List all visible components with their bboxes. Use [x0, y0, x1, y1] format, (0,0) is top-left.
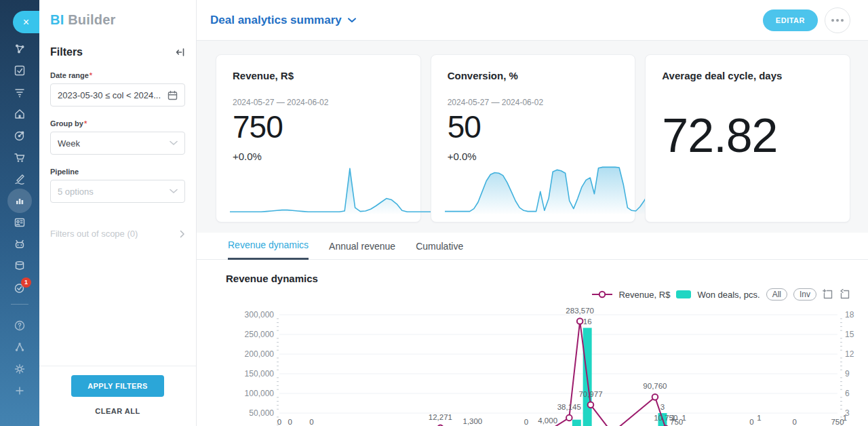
network-icon[interactable]	[0, 38, 39, 60]
svg-text:90,760: 90,760	[643, 382, 667, 390]
database-icon[interactable]	[0, 255, 39, 277]
svg-text:38,145: 38,145	[557, 403, 581, 411]
svg-text:300,000: 300,000	[245, 310, 275, 320]
app-logo: BI Builder	[50, 0, 185, 28]
home-icon[interactable]	[0, 103, 39, 125]
line-legend-marker	[592, 290, 612, 298]
kpi-value: 72.82	[662, 109, 833, 163]
stats-icon[interactable]	[0, 190, 39, 212]
page-title: Deal analytics summary	[210, 14, 342, 27]
svg-text:0: 0	[288, 418, 292, 426]
integrations-icon[interactable]	[0, 336, 39, 358]
svg-text:1: 1	[757, 414, 761, 422]
filter-icon[interactable]	[0, 81, 39, 103]
pipeline-label: Pipeline	[50, 168, 185, 176]
signature-icon[interactable]	[0, 168, 39, 190]
svg-text:200,000: 200,000	[245, 349, 275, 359]
chart-tabs: Revenue dynamics Annual revenue Cumulati…	[197, 233, 868, 260]
svg-text:0: 0	[524, 418, 528, 426]
svg-text:750: 750	[670, 418, 683, 426]
sidebar-divider	[11, 304, 28, 305]
svg-text:6: 6	[845, 389, 850, 398]
kpi-title: Conversion, %	[448, 70, 619, 81]
clear-all-button[interactable]: CLEAR ALL	[39, 407, 196, 415]
filters-out-of-scope-row[interactable]: Filters out of scope (0)	[50, 229, 185, 239]
chevron-down-icon	[348, 18, 356, 23]
tab-cumulative[interactable]: Cumulative	[416, 241, 463, 259]
bot-icon[interactable]	[0, 233, 39, 255]
chart-panel: Revenue dynamics Annual revenue Cumulati…	[197, 233, 868, 426]
tasks-icon[interactable]	[0, 60, 39, 81]
filters-footer: APPLY FILTERS CLEAR ALL	[39, 366, 196, 426]
add-icon[interactable]	[0, 380, 39, 402]
main-content: Deal analytics summary EDITAR Revenue, R…	[197, 0, 868, 426]
svg-text:0: 0	[277, 418, 281, 426]
reset-zoom-icon[interactable]	[840, 289, 850, 300]
kpi-value: 750	[233, 109, 404, 145]
kpi-value: 50	[448, 109, 619, 145]
pipeline-value: 5 options	[58, 187, 94, 197]
goals-icon[interactable]	[0, 125, 39, 147]
bar-legend-swatch	[676, 290, 691, 298]
legend-won-deals-label[interactable]: Won deals, pcs.	[697, 290, 760, 300]
kpi-delta: +0.0%	[448, 151, 619, 162]
svg-text:12,271: 12,271	[429, 413, 452, 421]
all-button[interactable]: All	[766, 288, 787, 301]
svg-text:9: 9	[845, 369, 850, 379]
collapse-panel-icon[interactable]	[174, 47, 185, 58]
date-range-label: Date range*	[50, 71, 185, 79]
settings-icon[interactable]	[0, 358, 39, 380]
sidebar-bottom-nav	[0, 315, 39, 402]
app-sidebar: ×	[0, 0, 39, 426]
svg-text:12: 12	[845, 349, 854, 359]
group-by-select[interactable]: Week	[50, 132, 185, 155]
svg-text:50,000: 50,000	[249, 408, 274, 418]
tab-revenue-dynamics[interactable]: Revenue dynamics	[228, 239, 309, 260]
group-by-label: Group by*	[50, 119, 185, 128]
svg-text:16: 16	[583, 317, 592, 326]
filters-title: Filters	[50, 46, 83, 58]
conversion-sparkline	[445, 163, 648, 214]
svg-text:1,300: 1,300	[462, 417, 482, 425]
chevron-down-icon	[170, 140, 178, 146]
help-icon[interactable]	[0, 315, 39, 336]
kpi-title: Revenue, R$	[233, 70, 404, 81]
svg-text:0: 0	[792, 418, 796, 426]
more-options-button[interactable]	[825, 7, 850, 33]
pipeline-select[interactable]: 5 options	[50, 180, 185, 203]
kpi-delta: +0.0%	[233, 151, 404, 162]
calendar-icon	[167, 90, 178, 100]
svg-text:0: 0	[749, 418, 753, 426]
edit-button[interactable]: EDITAR	[763, 9, 818, 31]
kpi-card-revenue: Revenue, R$ 2024-05-27 — 2024-06-02 750 …	[216, 54, 421, 222]
cart-icon[interactable]	[0, 147, 39, 168]
chart-title: Revenue dynamics	[226, 273, 318, 284]
date-range-input[interactable]: 2023-05-30 ≤ col < 2024...	[50, 83, 185, 106]
svg-text:750: 750	[831, 418, 844, 426]
zoom-selection-icon[interactable]	[823, 289, 833, 300]
filters-panel: BI Builder Filters Date range* 2023-05-3…	[39, 0, 197, 426]
tab-annual-revenue[interactable]: Annual revenue	[329, 241, 395, 259]
chevron-down-icon	[170, 189, 178, 194]
sidebar-nav: 1	[0, 38, 39, 310]
approvals-icon[interactable]: 1	[0, 277, 39, 298]
contacts-icon[interactable]	[0, 212, 39, 233]
kpi-period: 2024-05-27 — 2024-06-02	[448, 98, 619, 107]
chart-legend: Revenue, R$ Won deals, pcs. All Inv	[592, 288, 850, 301]
svg-text:3: 3	[660, 403, 665, 411]
inv-button[interactable]: Inv	[793, 288, 816, 301]
apply-filters-button[interactable]: APPLY FILTERS	[71, 375, 164, 397]
svg-text:150,000: 150,000	[245, 369, 275, 379]
kpi-card-conversion: Conversion, % 2024-05-27 — 2024-06-02 50…	[431, 54, 636, 222]
svg-text:283,570: 283,570	[566, 307, 594, 315]
svg-text:18: 18	[845, 310, 854, 320]
chevron-right-icon	[180, 230, 185, 238]
date-range-value: 2023-05-30 ≤ col < 2024...	[58, 90, 161, 100]
legend-revenue-label[interactable]: Revenue, R$	[618, 290, 670, 300]
dashboard-title-dropdown[interactable]: Deal analytics summary	[210, 14, 356, 27]
svg-text:250,000: 250,000	[245, 330, 275, 339]
svg-text:4,000: 4,000	[538, 417, 557, 425]
svg-text:0: 0	[309, 418, 313, 426]
kpi-title: Average deal cycle, days	[662, 70, 833, 81]
close-button[interactable]: ×	[13, 11, 39, 33]
